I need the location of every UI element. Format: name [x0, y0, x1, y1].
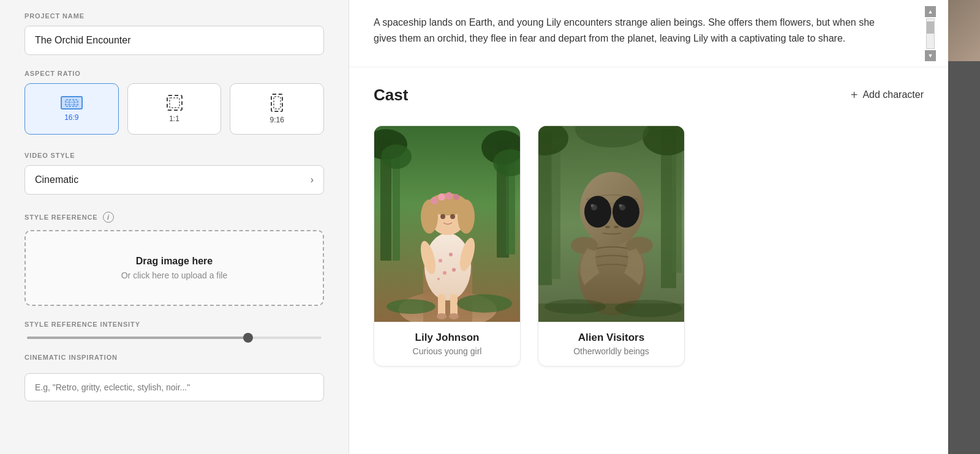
aspect-btn-16-9[interactable]: 16:9 [24, 83, 119, 135]
style-reference-label: STYLE REFERENCE [24, 214, 98, 221]
character-name-alien: Alien Visitors [548, 332, 674, 344]
svg-point-20 [449, 253, 453, 256]
svg-point-32 [438, 193, 445, 201]
svg-point-33 [445, 192, 453, 199]
aspect-icon-1-1 [167, 95, 183, 111]
character-desc-alien: Otherworldly beings [548, 346, 674, 356]
video-style-select[interactable]: Cinematic › [24, 165, 324, 195]
scroll-down-arrow[interactable]: ▼ [925, 50, 936, 61]
svg-point-35 [440, 214, 445, 219]
main-content: A spaceship lands on Earth, and young Li… [349, 0, 948, 454]
thumbnail-image [948, 0, 980, 61]
scroll-track [926, 18, 935, 49]
svg-point-41 [386, 299, 435, 314]
svg-point-13 [381, 144, 412, 169]
cast-header: Cast + Add character [374, 84, 924, 106]
svg-point-34 [453, 194, 459, 200]
video-style-value: Cinematic [35, 174, 78, 185]
svg-point-23 [437, 278, 440, 280]
drag-drop-subtitle: Or click here to upload a file [38, 270, 311, 280]
cast-title: Cast [374, 86, 408, 105]
add-character-button[interactable]: + Add character [851, 84, 924, 106]
plus-icon: + [851, 88, 858, 102]
story-text: A spaceship lands on Earth, and young Li… [374, 15, 876, 47]
svg-point-22 [452, 268, 456, 272]
chevron-right-icon: › [311, 174, 314, 185]
svg-point-65 [545, 299, 606, 314]
character-desc-lily: Curious young girl [384, 346, 510, 356]
svg-point-56 [584, 196, 611, 228]
aspect-ratio-label: ASPECT RATIO [24, 70, 324, 77]
project-name-input[interactable] [24, 26, 324, 55]
svg-rect-6 [274, 97, 281, 109]
cast-section: Cast + Add character [349, 67, 948, 384]
project-name-label: PROJECT NAME [24, 12, 324, 20]
sidebar: PROJECT NAME ASPECT RATIO 16:9 [0, 0, 349, 454]
add-character-label: Add character [862, 89, 924, 100]
svg-point-40 [449, 313, 459, 319]
video-style-label: VIDEO STYLE [24, 152, 324, 159]
svg-point-62 [605, 226, 610, 228]
svg-point-61 [619, 204, 622, 207]
svg-point-21 [443, 271, 447, 275]
svg-point-29 [421, 199, 438, 234]
svg-point-63 [614, 226, 619, 228]
character-name-lily: Lily Johnson [384, 332, 510, 344]
drag-drop-title: Drag image here [38, 256, 311, 267]
aspect-ratio-group: 16:9 1:1 9:16 [24, 83, 324, 135]
style-reference-section: STYLE REFERENCE i Drag image here Or cli… [24, 212, 324, 306]
svg-point-66 [615, 300, 682, 317]
svg-rect-47 [672, 151, 682, 273]
slider-fill [27, 337, 248, 339]
character-info-lily: Lily Johnson Curious young girl [374, 322, 520, 366]
svg-point-42 [457, 294, 512, 313]
aspect-icon-16-9 [61, 96, 83, 110]
svg-point-31 [431, 197, 438, 204]
character-image-lily [374, 126, 521, 322]
scroll-indicator: ▲ ▼ [925, 6, 936, 61]
story-card: A spaceship lands on Earth, and young Li… [349, 0, 948, 67]
svg-rect-0 [66, 100, 78, 106]
style-ref-intensity-label: STYLE REFERENCE INTENSITY [24, 321, 324, 328]
style-ref-label-row: STYLE REFERENCE i [24, 212, 324, 223]
aspect-label-1-1: 1:1 [169, 114, 179, 123]
video-style-section: VIDEO STYLE Cinematic › [24, 152, 324, 195]
scroll-thumb [927, 21, 934, 34]
cinematic-inspiration-section: CINEMATIC INSPIRATION [24, 354, 324, 401]
scroll-up-arrow[interactable]: ▲ [925, 6, 936, 17]
svg-rect-37 [438, 294, 445, 316]
character-card-lily[interactable]: Lily Johnson Curious young girl [374, 125, 521, 367]
info-icon[interactable]: i [103, 212, 114, 223]
style-ref-intensity-slider[interactable] [27, 337, 322, 339]
right-thumbnail-strip [948, 0, 980, 454]
character-info-alien: Alien Visitors Otherworldly beings [538, 322, 684, 366]
slider-thumb[interactable] [243, 333, 253, 343]
svg-point-39 [437, 313, 447, 319]
svg-point-19 [439, 259, 442, 262]
svg-rect-5 [170, 98, 179, 108]
cinematic-input[interactable] [24, 373, 324, 401]
cinematic-label: CINEMATIC INSPIRATION [24, 354, 324, 361]
character-image-alien [538, 126, 685, 322]
svg-point-57 [612, 196, 639, 228]
aspect-btn-1-1[interactable]: 1:1 [127, 83, 222, 135]
character-card-alien[interactable]: Alien Visitors Otherworldly beings [538, 125, 685, 367]
svg-point-30 [458, 199, 475, 234]
character-cards: Lily Johnson Curious young girl [374, 125, 924, 367]
aspect-btn-9-16[interactable]: 9:16 [230, 83, 324, 135]
style-ref-intensity-section: STYLE REFERENCE INTENSITY [24, 321, 324, 339]
aspect-label-9-16: 9:16 [270, 116, 284, 124]
svg-rect-38 [450, 294, 458, 316]
svg-point-36 [450, 214, 455, 219]
svg-rect-45 [551, 144, 560, 279]
aspect-icon-9-16 [271, 94, 283, 112]
style-reference-upload-area[interactable]: Drag image here Or click here to upload … [24, 230, 324, 306]
aspect-label-16-9: 16:9 [64, 113, 78, 122]
svg-point-60 [591, 204, 594, 207]
